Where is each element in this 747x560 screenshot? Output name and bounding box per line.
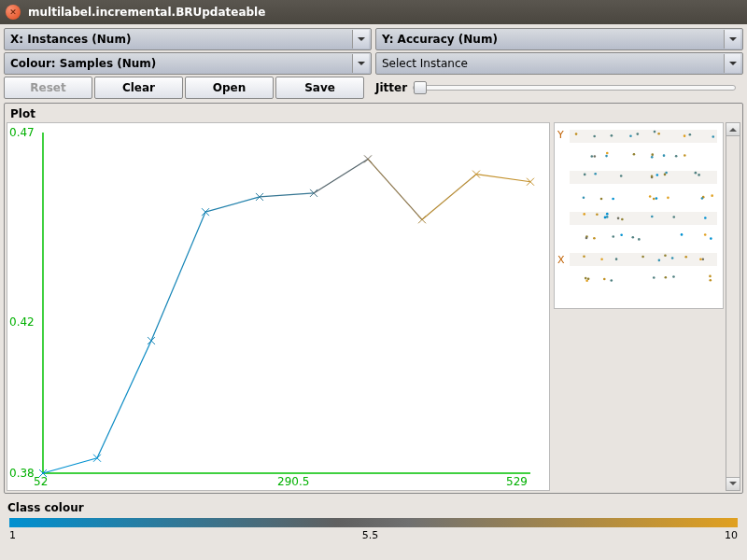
svg-point-92 [704, 233, 707, 236]
svg-point-48 [651, 153, 654, 156]
main-chart[interactable]: 0.38 0.42 0.47 52 290.5 529 [7, 122, 550, 491]
svg-point-91 [631, 236, 634, 239]
svg-point-110 [672, 275, 675, 278]
svg-point-73 [649, 195, 652, 198]
x-axis-selector[interactable]: X: Instances (Num) [4, 28, 372, 50]
close-icon[interactable]: ✕ [6, 5, 21, 20]
colour-label: Colour: Samples (Num) [10, 57, 156, 70]
colour-gradient-bar [9, 518, 738, 527]
svg-point-98 [671, 257, 674, 259]
attribute-panel: Y X [554, 122, 740, 491]
chevron-down-icon [352, 54, 369, 73]
svg-point-43 [590, 155, 593, 158]
svg-rect-31 [570, 130, 717, 143]
clear-button[interactable]: Clear [94, 77, 183, 99]
svg-point-32 [657, 133, 660, 135]
colour-selector[interactable]: Colour: Samples (Num) [4, 52, 372, 75]
save-button[interactable]: Save [275, 77, 364, 99]
svg-point-85 [604, 217, 607, 219]
svg-point-36 [654, 131, 656, 133]
svg-point-99 [615, 258, 618, 260]
svg-rect-75 [570, 212, 717, 225]
scrollbar[interactable] [726, 122, 740, 491]
window-title: multilabel.incremental.BRUpdateable [28, 6, 265, 19]
svg-point-105 [641, 256, 644, 259]
window-titlebar: ✕ multilabel.incremental.BRUpdateable [0, 0, 747, 24]
svg-point-70 [612, 198, 614, 201]
svg-point-56 [695, 172, 698, 175]
svg-point-74 [701, 197, 704, 200]
y-axis-label: Y: Accuracy (Num) [382, 33, 498, 46]
svg-point-78 [606, 216, 609, 218]
svg-point-112 [665, 276, 668, 279]
jitter-slider[interactable] [413, 85, 736, 91]
svg-point-59 [664, 174, 667, 176]
svg-point-79 [651, 216, 654, 218]
svg-point-90 [638, 238, 641, 241]
jitter-label: Jitter [375, 81, 407, 94]
svg-point-69 [667, 197, 669, 200]
content-pane: X: Instances (Num) Y: Accuracy (Num) Col… [0, 24, 747, 545]
svg-point-33 [712, 135, 714, 138]
y-tick: 0.47 [9, 126, 35, 139]
colour-mid: 5.5 [362, 529, 379, 541]
svg-point-60 [656, 174, 659, 176]
svg-point-49 [675, 155, 678, 158]
svg-point-52 [684, 154, 686, 157]
svg-point-109 [603, 278, 606, 281]
svg-rect-97 [570, 253, 717, 266]
svg-rect-108 [570, 273, 717, 287]
svg-point-80 [617, 217, 620, 220]
svg-point-101 [702, 258, 705, 260]
svg-point-37 [575, 133, 578, 135]
svg-point-115 [610, 279, 613, 282]
svg-point-46 [594, 155, 597, 158]
svg-point-111 [585, 280, 588, 283]
svg-point-61 [584, 174, 586, 176]
scroll-down-icon[interactable] [726, 477, 740, 490]
svg-line-25 [422, 175, 476, 220]
svg-point-102 [664, 255, 667, 258]
svg-point-58 [698, 174, 700, 176]
svg-point-45 [633, 153, 636, 156]
svg-point-113 [587, 277, 590, 280]
colour-min: 1 [9, 529, 16, 541]
instance-selector[interactable]: Select Instance [375, 52, 743, 75]
svg-point-35 [629, 134, 632, 137]
plot-title: Plot [7, 105, 740, 122]
svg-point-106 [583, 255, 585, 258]
mini-scatter[interactable]: Y X [554, 122, 724, 309]
scroll-up-icon[interactable] [726, 123, 740, 136]
svg-point-83 [621, 218, 624, 221]
svg-point-100 [658, 259, 661, 262]
svg-line-13 [205, 197, 260, 212]
x-tick: 52 [34, 475, 48, 488]
slider-thumb-icon[interactable] [414, 81, 427, 94]
open-button[interactable]: Open [185, 77, 274, 99]
svg-rect-86 [570, 232, 717, 245]
svg-point-50 [606, 152, 609, 155]
svg-point-116 [709, 275, 712, 278]
svg-point-55 [594, 173, 597, 175]
reset-button[interactable]: Reset [4, 77, 92, 99]
svg-line-7 [97, 341, 151, 458]
svg-point-89 [612, 235, 614, 238]
svg-point-94 [620, 233, 623, 236]
svg-point-118 [585, 277, 587, 280]
svg-point-44 [663, 154, 666, 157]
svg-point-114 [709, 279, 712, 282]
svg-point-62 [651, 175, 654, 178]
svg-point-34 [611, 134, 613, 137]
svg-line-10 [151, 212, 205, 341]
svg-line-16 [260, 193, 314, 197]
svg-point-96 [681, 233, 684, 236]
class-colour-title: Class colour [4, 499, 743, 516]
chevron-down-icon [352, 30, 369, 49]
y-axis-selector[interactable]: Y: Accuracy (Num) [375, 28, 743, 50]
x-tick: 290.5 [277, 475, 309, 488]
svg-point-68 [711, 194, 713, 197]
class-colour-panel: Class colour 1 5.5 10 [4, 499, 743, 541]
svg-point-87 [710, 237, 712, 240]
svg-point-71 [653, 198, 655, 201]
svg-point-41 [593, 135, 596, 138]
